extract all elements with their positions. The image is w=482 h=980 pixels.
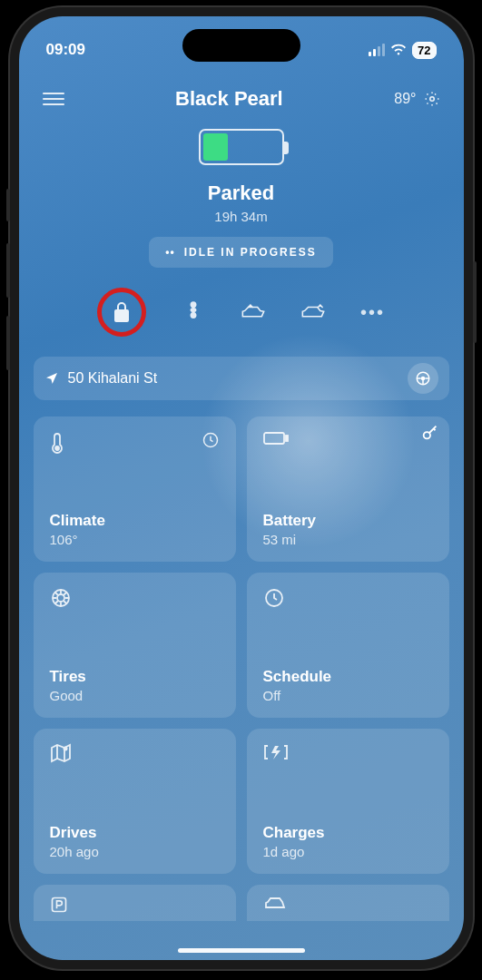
screen: 09:09 72 Black Pearl 89°: [19, 16, 464, 960]
svg-point-9: [57, 594, 64, 602]
battery-fill: [203, 133, 228, 161]
charge-icon: [263, 743, 289, 761]
svg-point-0: [429, 97, 434, 102]
card-label: Tires: [50, 668, 220, 686]
phone-side-button: [6, 316, 10, 370]
header: Black Pearl 89°: [19, 67, 464, 116]
drives-card[interactable]: Drives 20h ago: [34, 729, 236, 874]
signal-icon: [369, 44, 385, 56]
battery-card[interactable]: Battery 53 mi: [247, 416, 449, 562]
dynamic-island: [182, 29, 300, 62]
card-value: 53 mi: [263, 532, 433, 547]
svg-rect-7: [286, 436, 288, 441]
more-icon[interactable]: •••: [360, 299, 386, 325]
location-arrow-icon: [44, 371, 59, 386]
card-peek[interactable]: [34, 885, 236, 921]
outside-temp: 89°: [394, 91, 416, 107]
lock-icon[interactable]: [109, 299, 134, 325]
fan-icon[interactable]: [181, 299, 206, 325]
svg-rect-6: [264, 433, 284, 444]
temp-gear[interactable]: 89°: [394, 91, 439, 107]
map-icon: [50, 743, 72, 763]
svg-point-2: [421, 377, 424, 380]
tire-icon: [50, 587, 72, 609]
wifi-icon: [390, 44, 407, 56]
phone-side-button: [473, 261, 477, 343]
highlight-circle: [97, 288, 146, 337]
car-state: Parked: [19, 181, 464, 205]
card-value: 20h ago: [50, 844, 220, 859]
battery-graphic: [199, 129, 284, 165]
trunk-icon[interactable]: [300, 299, 326, 325]
thermometer-icon: [50, 431, 64, 455]
card-label: Schedule: [263, 668, 433, 686]
idle-label: IDLE IN PROGRESS: [184, 246, 317, 259]
steering-wheel-button[interactable]: [408, 363, 438, 394]
charges-card[interactable]: Charges 1d ago: [247, 729, 449, 874]
card-value: Off: [263, 688, 433, 703]
clock-icon: [202, 431, 220, 455]
card-peek[interactable]: [247, 885, 449, 921]
svg-point-11: [63, 747, 67, 751]
card-value: 106°: [50, 532, 220, 547]
gear-icon: [424, 91, 440, 107]
status-right: 72: [369, 42, 436, 59]
climate-card[interactable]: Climate 106°: [34, 416, 236, 562]
svg-point-4: [55, 446, 59, 450]
phone-side-button: [6, 243, 10, 298]
status-time: 09:09: [46, 41, 85, 59]
card-label: Battery: [263, 512, 433, 530]
parking-icon: [50, 896, 220, 914]
card-grid: Climate 106° Battery 53 mi: [19, 400, 464, 921]
quick-actions: •••: [19, 288, 464, 337]
address-row[interactable]: 50 Kihalani St: [34, 357, 449, 400]
card-label: Climate: [50, 512, 220, 530]
clock-icon: [263, 587, 285, 609]
phone-side-button: [6, 189, 10, 221]
card-label: Drives: [50, 824, 220, 842]
frunk-icon[interactable]: [241, 299, 266, 325]
schedule-card[interactable]: Schedule Off: [247, 573, 449, 718]
idle-chip[interactable]: •• IDLE IN PROGRESS: [149, 237, 332, 268]
car-state-duration: 19h 34m: [19, 209, 464, 224]
card-label: Charges: [263, 824, 433, 842]
car-icon: [263, 896, 433, 912]
battery-icon: [263, 431, 289, 446]
home-indicator[interactable]: [178, 948, 305, 953]
card-value: 1d ago: [263, 844, 433, 859]
tires-card[interactable]: Tires Good: [34, 573, 236, 718]
card-value: Good: [50, 688, 220, 703]
ellipsis-icon: ••: [165, 246, 174, 259]
address-text: 50 Kihalani St: [68, 370, 398, 387]
battery-pill: 72: [412, 42, 436, 59]
phone-frame: 09:09 72 Black Pearl 89°: [10, 7, 473, 969]
car-title: Black Pearl: [64, 87, 395, 111]
menu-icon[interactable]: [43, 89, 64, 109]
